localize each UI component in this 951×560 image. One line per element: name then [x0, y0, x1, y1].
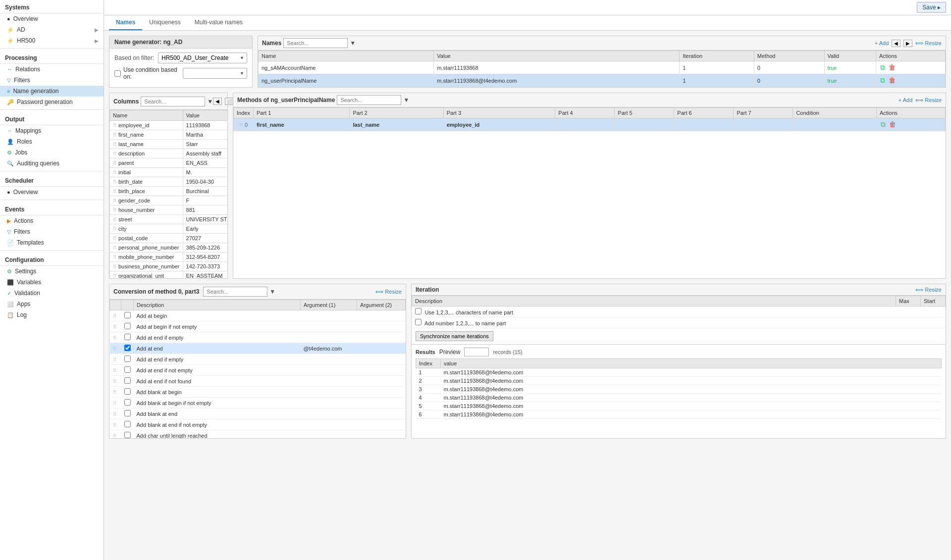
iter-checkbox[interactable] — [415, 319, 422, 325]
columns-table-row[interactable]: ⠿gender_code F — [110, 196, 228, 205]
columns-table-row[interactable]: ⠿first_name Martha — [110, 130, 228, 140]
columns-table-row[interactable]: ⠿parent EN_ASS — [110, 158, 228, 168]
sidebar-item-apps[interactable]: ⬜ Apps — [0, 299, 104, 309]
conv-checkbox[interactable] — [124, 432, 131, 438]
names-table-row[interactable]: ng_userPrincipalName m.starr11193868@t4e… — [259, 74, 946, 87]
names-search-dropdown-icon[interactable]: ▼ — [350, 40, 356, 47]
columns-table-row[interactable]: ⠿personal_phone_number 385-209-1226 — [110, 243, 228, 253]
columns-table-row[interactable]: ⠿street UNIVERSITY ST — [110, 215, 228, 224]
conversion-search-dropdown-icon[interactable]: ▼ — [269, 288, 275, 295]
sidebar-item-overview-scheduler[interactable]: ● Overview — [0, 187, 104, 198]
iteration-table-row[interactable]: Add number 1,2,3,... to name part — [412, 317, 946, 328]
sidebar-item-mappings[interactable]: ↔ Mappings — [0, 125, 104, 136]
conv-checkbox[interactable] — [124, 334, 131, 340]
sidebar-item-templates[interactable]: 📄 Templates — [0, 237, 104, 248]
iteration-table-row[interactable]: Use 1,2,3,... characters of name part — [412, 306, 946, 317]
conv-checkbox[interactable] — [124, 410, 131, 416]
sidebar-item-hr500[interactable]: ⚡ HR500 ▶ — [0, 35, 104, 46]
columns-table-row[interactable]: ⠿mobile_phone_number 312-954-8207 — [110, 253, 228, 262]
columns-table-row[interactable]: ⠿birth_place Burchinal — [110, 187, 228, 196]
tab-names[interactable]: Names — [109, 15, 142, 30]
conversion-resize-button[interactable]: ⟺ Resize — [375, 289, 402, 295]
methods-search-input[interactable] — [337, 95, 401, 105]
names-search-input[interactable] — [283, 38, 348, 48]
columns-table-row[interactable]: ⠿description Assembly staff — [110, 149, 228, 158]
conversion-table-row[interactable]: ⠿ Add at end if not found — [110, 376, 406, 387]
names-table-row[interactable]: ng_sAMAccountName m.starr11193868 1 0 tr… — [259, 61, 946, 74]
conv-checkbox[interactable] — [124, 399, 131, 406]
sync-iterations-button[interactable]: Synchronize name iterations — [416, 331, 493, 341]
names-delete-button[interactable]: 🗑 — [888, 63, 897, 72]
iteration-resize-button[interactable]: ⟺ Resize — [915, 287, 942, 293]
save-button[interactable]: Save ▸ — [917, 2, 946, 13]
conversion-table-row[interactable]: ⠿ Add at end if not empty — [110, 365, 406, 376]
conversion-table-row[interactable]: ⠿ Add at begin if not empty — [110, 321, 406, 332]
iter-checkbox[interactable] — [415, 308, 422, 314]
sidebar-item-log[interactable]: 📋 Log — [0, 309, 104, 320]
names-add-button[interactable]: + Add — [875, 40, 889, 46]
columns-table-row[interactable]: ⠿last_name Starr — [110, 140, 228, 149]
sidebar-item-validation[interactable]: ✓ Validation — [0, 288, 104, 299]
tab-multi-value-names[interactable]: Multi-value names — [188, 15, 250, 30]
cols-nav-prev[interactable]: ◀ — [213, 98, 222, 105]
columns-table-row[interactable]: ⠿initial M. — [110, 168, 228, 177]
conv-checkbox[interactable] — [124, 312, 131, 318]
conv-checkbox[interactable] — [124, 366, 131, 373]
conversion-table-row[interactable]: ⠿ Add blank at end if not empty — [110, 419, 406, 430]
sidebar-item-overview-systems[interactable]: ● Overview — [0, 13, 104, 24]
conv-checkbox[interactable] — [124, 356, 131, 362]
names-nav-next[interactable]: ▶ — [903, 40, 912, 47]
conversion-table-row[interactable]: ⠿ Add at begin — [110, 310, 406, 321]
sidebar-item-password-generation[interactable]: 🔑 Password generation — [0, 97, 104, 107]
use-condition-checkbox[interactable] — [114, 70, 121, 77]
sidebar-item-filters-processing[interactable]: ▽ Filters — [0, 75, 104, 86]
columns-table-row[interactable]: ⠿organizational_unit EN_ASSTEAM — [110, 271, 228, 279]
methods-add-button[interactable]: + Add — [898, 97, 912, 103]
methods-delete-button[interactable]: 🗑 — [888, 120, 897, 129]
conv-checkbox[interactable] — [124, 421, 131, 427]
columns-table-row[interactable]: ⠿house_number 881 — [110, 205, 228, 215]
tab-uniqueness[interactable]: Uniqueness — [142, 15, 187, 30]
conversion-table-row[interactable]: ⠿ Add blank at end — [110, 408, 406, 419]
sidebar-item-roles[interactable]: 👤 Roles — [0, 136, 104, 147]
names-copy-button[interactable]: ⧉ — [879, 76, 886, 85]
sidebar-item-settings[interactable]: ⚙ Settings — [0, 266, 104, 277]
sidebar-item-actions[interactable]: ▶ Actions — [0, 215, 104, 226]
sidebar-item-name-generation[interactable]: ≡ Name generation — [0, 86, 104, 97]
sidebar-item-ad[interactable]: ⚡ AD ▶ — [0, 24, 104, 35]
conversion-table-row[interactable]: ⠿ Add blank at begin if not empty — [110, 398, 406, 408]
columns-table-row[interactable]: ⠿birth_date 1950-04-30 — [110, 177, 228, 187]
methods-copy-button[interactable]: ⧉ — [880, 120, 887, 129]
conv-checkbox[interactable] — [124, 323, 131, 329]
columns-table-row[interactable]: ⠿city Early — [110, 224, 228, 234]
conversion-search-input[interactable] — [203, 287, 267, 297]
based-on-filter-select[interactable]: HR500_AD_User_Create — [158, 52, 247, 63]
use-condition-select[interactable] — [183, 68, 247, 79]
conv-checkbox[interactable] — [124, 345, 131, 351]
conversion-table-row[interactable]: ⠿ Add at end @t4edemo.com — [110, 343, 406, 354]
names-copy-button[interactable]: ⧉ — [879, 63, 886, 72]
results-preview-input[interactable]: 15 — [464, 348, 489, 356]
columns-table-row[interactable]: ⠿postal_code 27027 — [110, 234, 228, 243]
columns-search-dropdown-icon[interactable]: ▼ — [207, 98, 213, 105]
conversion-table-row[interactable]: ⠿ Add at end if empty — [110, 332, 406, 343]
columns-table-row[interactable]: ⠿employee_id 11193868 — [110, 121, 228, 130]
methods-table-row[interactable]: ⠿0 first_name last_name employee_id ⧉ 🗑 — [234, 118, 946, 131]
conv-checkbox[interactable] — [124, 377, 131, 384]
columns-table-row[interactable]: ⠿business_phone_number 142-720-3373 — [110, 262, 228, 271]
names-resize-button[interactable]: ⟺ Resize — [915, 40, 942, 47]
sidebar-item-variables[interactable]: ⬛ Variables — [0, 277, 104, 288]
names-delete-button[interactable]: 🗑 — [888, 76, 897, 85]
methods-search-dropdown-icon[interactable]: ▼ — [403, 97, 409, 103]
sidebar-item-relations[interactable]: ↔ Relations — [0, 64, 104, 75]
sidebar-item-auditing[interactable]: 🔍 Auditing queries — [0, 158, 104, 169]
sidebar-item-jobs[interactable]: ⚙ Jobs — [0, 147, 104, 158]
conversion-table-row[interactable]: ⠿ Add blank at begin — [110, 387, 406, 398]
methods-resize-button[interactable]: ⟺ Resize — [915, 97, 942, 103]
names-nav-prev[interactable]: ◀ — [892, 40, 900, 47]
sidebar-item-filters-events[interactable]: ▽ Filters — [0, 226, 104, 237]
conv-checkbox[interactable] — [124, 388, 131, 395]
columns-search-input[interactable] — [141, 97, 205, 106]
conversion-table-row[interactable]: ⠿ Add at end if empty — [110, 354, 406, 365]
conversion-table-row[interactable]: ⠿ Add char until length reached — [110, 430, 406, 439]
